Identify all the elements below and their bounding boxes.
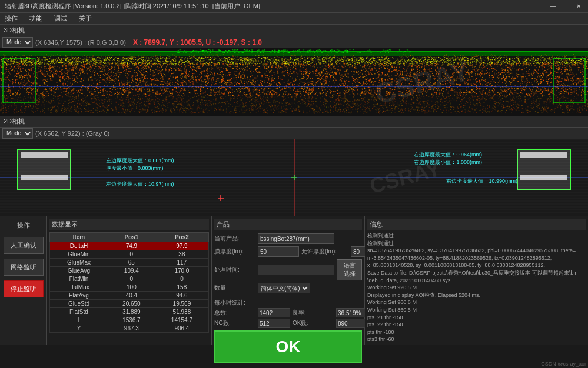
data-panel-title: 数据显示 bbox=[49, 219, 209, 230]
stats-row1: 总数: 良率: 当前缺欠: bbox=[214, 308, 362, 317]
ops-panel: 操作 人工确认 网络监听 停止监听 bbox=[0, 216, 47, 345]
total-input[interactable] bbox=[258, 308, 290, 317]
stats-row2: NG数: OK数: 白板: bbox=[214, 319, 362, 328]
camera3d-coord-label: (X 6346,Y 1575) : (R 0,G 0,B 0) bbox=[35, 39, 126, 46]
ng-label: NG数: bbox=[214, 319, 255, 327]
titlebar: 辐射盾3D高度检测程序 [Version: 1.0.0.2] [陶淳时间:202… bbox=[0, 0, 588, 13]
lang-btn[interactable]: 语言选择 bbox=[337, 259, 362, 280]
thickness-input[interactable] bbox=[258, 246, 299, 257]
menu-func[interactable]: 功能 bbox=[27, 13, 45, 24]
table-row: FlatAvg40.494.6 bbox=[50, 292, 209, 300]
current-product-row: 当前产品: bbox=[214, 233, 362, 244]
menu-ops[interactable]: 操作 bbox=[2, 13, 20, 24]
camera3d-view: CSRAY bbox=[0, 48, 588, 116]
col-item: Item bbox=[50, 233, 108, 242]
camera3d-section: 3D相机 Mode (X 6346,Y 1575) : (R 0,G 0,B 0… bbox=[0, 25, 588, 116]
thickness-label: 膜厚度(lm): bbox=[214, 247, 255, 256]
info-text: 检测到通过 检测到通过 sn=3.376419073529462, sy=3.3… bbox=[367, 232, 586, 341]
info-panel-title: 信息 bbox=[367, 219, 586, 230]
meas-right-flat: 右边卡度最大值：10.990(mm) bbox=[446, 178, 517, 185]
product-panel: 产品 当前产品: 膜厚度(lm): 允许厚度(lm): 处理时间: 语言选择 数… bbox=[212, 216, 365, 345]
table-row: FlatMin00 bbox=[50, 275, 209, 283]
titlebar-controls: — □ ✕ bbox=[548, 2, 583, 11]
maximize-button[interactable]: □ bbox=[561, 2, 570, 11]
thickness-row: 膜厚度(lm): 允许厚度(lm): bbox=[214, 246, 362, 257]
table-row: GlueAvg109.4170.0 bbox=[50, 267, 209, 275]
rate-input[interactable] bbox=[336, 308, 368, 317]
current-product-label: 当前产品: bbox=[214, 235, 255, 243]
processing-row: 处理时间: 语言选择 bbox=[214, 259, 362, 280]
table-row: I1536.714154.7 bbox=[50, 316, 209, 324]
processing-label: 处理时间: bbox=[214, 266, 255, 274]
table-row: GlueMax65117 bbox=[50, 259, 209, 267]
ok-label: OK数: bbox=[293, 319, 334, 327]
quantity-label: 数量 bbox=[214, 284, 255, 292]
info-panel: 信息 检测到通过 检测到通过 sn=3.376419073529462, sy=… bbox=[365, 216, 588, 345]
table-row: FlatStd31.88951.938 bbox=[50, 308, 209, 316]
data-panel: 数据显示 Item Pos1 Pos2 DeltaH74.997.9GlueMi… bbox=[47, 216, 212, 345]
camera2d-mode-select[interactable]: Mode bbox=[2, 128, 33, 139]
meas-left-max: 左边厚度最大值：0.881(mm) 厚度最小值：0.883(mm) bbox=[106, 157, 174, 172]
menubar: 操作 功能 调试 关于 bbox=[0, 13, 588, 25]
camera2d-view: 左边厚度最大值：0.881(mm) 厚度最小值：0.883(mm) 左边卡度最大… bbox=[0, 139, 588, 216]
current-product-input[interactable] bbox=[258, 233, 334, 244]
camera2d-coord-label: (X 6562, Y 922) : (Gray 0) bbox=[35, 130, 109, 137]
camera2d-section: 2D相机 Mode (X 6562, Y 922) : (Gray 0) 左边厚… bbox=[0, 116, 588, 216]
camera3d-label: 3D相机 bbox=[0, 25, 588, 36]
meas-right-max: 右边厚度最大值：0.964(mm) 右边厚度最小值：1.008(mm) bbox=[414, 151, 482, 166]
stop-monitor-button[interactable]: 停止监听 bbox=[4, 280, 44, 297]
menu-about[interactable]: 关于 bbox=[77, 13, 94, 24]
manual-confirm-button[interactable]: 人工确认 bbox=[4, 237, 44, 254]
col-pos2: Pos2 bbox=[155, 233, 208, 242]
ok-input[interactable] bbox=[336, 319, 368, 328]
ng-input[interactable] bbox=[258, 319, 290, 328]
title-text: 辐射盾3D高度检测程序 [Version: 1.0.0.2] [陶淳时间:202… bbox=[5, 2, 260, 11]
lang-select[interactable]: 简体中文(简体) bbox=[258, 283, 310, 293]
processing-input[interactable] bbox=[258, 265, 334, 275]
minimize-button[interactable]: — bbox=[548, 2, 557, 11]
camera3d-toolbar: Mode (X 6346,Y 1575) : (R 0,G 0,B 0) X :… bbox=[0, 36, 588, 48]
ok-display: OK bbox=[214, 330, 362, 363]
table-row: GlueMin038 bbox=[50, 250, 209, 259]
table-row: DeltaH74.997.9 bbox=[50, 242, 209, 250]
bottom-panel: 操作 人工确认 网络监听 停止监听 数据显示 Item Pos1 Pos2 De… bbox=[0, 216, 588, 345]
rate-label: 良率: bbox=[293, 309, 334, 317]
table-row: FlatMax100158 bbox=[50, 283, 209, 292]
camera2d-toolbar: Mode (X 6562, Y 922) : (Gray 0) bbox=[0, 128, 588, 139]
lang-row: 数量 简体中文(简体) bbox=[214, 283, 362, 293]
menu-debug[interactable]: 调试 bbox=[52, 13, 69, 24]
camera3d-canvas bbox=[0, 48, 588, 116]
camera3d-mode-select[interactable]: Mode bbox=[2, 37, 33, 48]
table-row: Y967.3906.4 bbox=[50, 324, 209, 333]
data-table: Item Pos1 Pos2 DeltaH74.997.9GlueMin038G… bbox=[49, 232, 209, 333]
col-pos1: Pos1 bbox=[108, 233, 155, 242]
allowed-thickness-label: 允许厚度(lm): bbox=[301, 247, 348, 256]
camera3d-coord-display: X : 7899.7, Y : 1005.5, U : -0.197, S : … bbox=[133, 38, 262, 46]
per-batch-label: 每小时统计: bbox=[214, 299, 362, 307]
ops-title: 操作 bbox=[17, 221, 30, 230]
stats-section: 每小时统计: 总数: 良率: 当前缺欠: NG数: OK数: 白板: bbox=[214, 296, 362, 328]
camera2d-label: 2D相机 bbox=[0, 116, 588, 128]
total-label: 总数: bbox=[214, 309, 255, 317]
table-row: GlueStd20.65019.569 bbox=[50, 300, 209, 308]
product-panel-title: 产品 bbox=[214, 219, 362, 230]
network-monitor-button[interactable]: 网络监听 bbox=[4, 259, 44, 276]
close-button[interactable]: ✕ bbox=[574, 2, 583, 11]
meas-left-flat: 左边卡度最大值：10.97(mm) bbox=[106, 180, 174, 188]
